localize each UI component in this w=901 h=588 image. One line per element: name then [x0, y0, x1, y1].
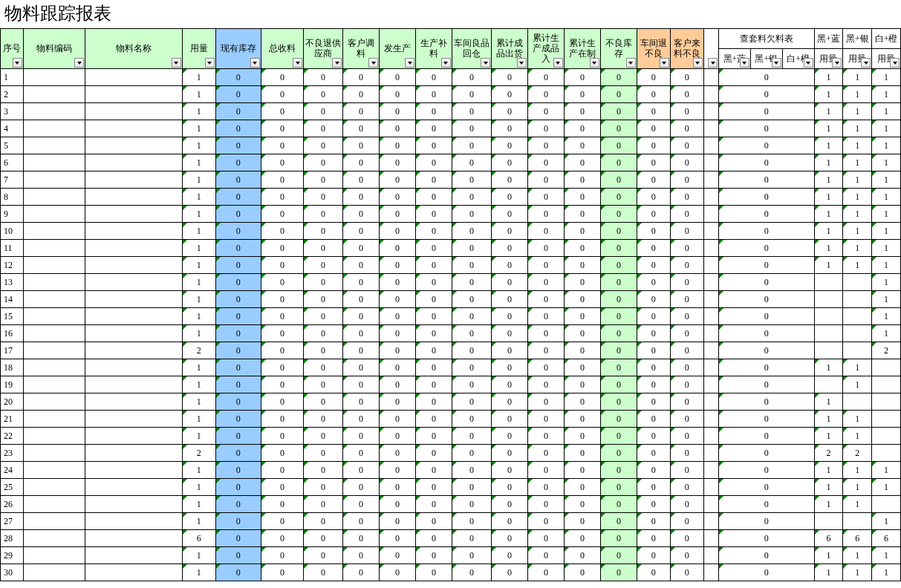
cell-recv[interactable]: 0 [261, 359, 303, 376]
cell-defret[interactable]: 0 [304, 189, 343, 206]
cell-kit5[interactable]: 1 [843, 103, 872, 120]
cell-kit4[interactable] [814, 274, 843, 291]
filter-icon[interactable] [626, 58, 636, 68]
cell-gap[interactable] [703, 342, 718, 359]
cell-cumwip[interactable]: 0 [564, 291, 600, 308]
col-cumin[interactable]: 累计生产成品入 [527, 29, 564, 69]
cell-kit4[interactable] [814, 342, 843, 359]
cell-custdef[interactable]: 0 [670, 547, 703, 564]
cell-kit5[interactable]: 1 [843, 564, 872, 581]
cell-gap[interactable] [703, 547, 718, 564]
cell-prodsup[interactable]: 0 [416, 69, 452, 86]
cell-defret[interactable]: 0 [304, 240, 343, 257]
cell-recv[interactable]: 0 [261, 547, 303, 564]
cell-kit-merged[interactable]: 0 [719, 428, 815, 445]
cell-prod[interactable]: 0 [380, 189, 416, 206]
cell-cumin[interactable]: 0 [527, 564, 564, 581]
cell-prodsup[interactable]: 0 [416, 462, 452, 479]
col-kit1[interactable]: 黑+蓝 [719, 49, 751, 69]
filter-icon[interactable] [250, 58, 260, 68]
cell-prod[interactable]: 0 [380, 103, 416, 120]
cell-prodsup[interactable]: 0 [416, 513, 452, 530]
cell-name[interactable] [85, 513, 183, 530]
cell-defstock[interactable]: 0 [600, 86, 637, 103]
cell-kit-merged[interactable]: 0 [719, 411, 815, 428]
cell-cumwip[interactable]: 0 [564, 274, 600, 291]
col-prod[interactable]: 发生产 [380, 29, 416, 69]
cell-usage[interactable]: 1 [182, 103, 215, 120]
cell-defstock[interactable]: 0 [600, 479, 637, 496]
cell-code[interactable] [23, 223, 85, 240]
cell-kit4[interactable]: 1 [814, 547, 843, 564]
cell-cumout[interactable]: 0 [492, 376, 528, 393]
cell-seq[interactable]: 6 [1, 154, 24, 172]
cell-gap[interactable] [703, 154, 718, 172]
cell-code[interactable] [23, 564, 85, 581]
cell-prodsup[interactable]: 0 [416, 342, 452, 359]
cell-defstock[interactable]: 0 [600, 137, 637, 154]
cell-custadj[interactable]: 0 [343, 257, 380, 274]
cell-code[interactable] [23, 308, 85, 325]
cell-prodsup[interactable]: 0 [416, 496, 452, 513]
cell-wsdef[interactable]: 0 [637, 189, 670, 206]
cell-gap[interactable] [703, 496, 718, 513]
cell-code[interactable] [23, 257, 85, 274]
cell-recv[interactable]: 0 [261, 308, 303, 325]
cell-code[interactable] [23, 291, 85, 308]
cell-code[interactable] [23, 496, 85, 513]
cell-prod[interactable]: 0 [380, 376, 416, 393]
cell-defret[interactable]: 0 [304, 86, 343, 103]
cell-wsdef[interactable]: 0 [637, 462, 670, 479]
col-cumout[interactable]: 累计成品出货 [492, 29, 528, 69]
cell-usage[interactable]: 1 [182, 189, 215, 206]
cell-custdef[interactable]: 0 [670, 496, 703, 513]
cell-seq[interactable]: 17 [1, 342, 24, 359]
cell-wsdef[interactable]: 0 [637, 428, 670, 445]
cell-recv[interactable]: 0 [261, 120, 303, 137]
cell-prodsup[interactable]: 0 [416, 411, 452, 428]
cell-cumin[interactable]: 0 [527, 189, 564, 206]
cell-name[interactable] [85, 223, 183, 240]
cell-prod[interactable]: 0 [380, 547, 416, 564]
cell-custadj[interactable]: 0 [343, 137, 380, 154]
cell-code[interactable] [23, 411, 85, 428]
cell-seq[interactable]: 16 [1, 325, 24, 342]
cell-prodsup[interactable]: 0 [416, 274, 452, 291]
cell-kit6[interactable]: 1 [872, 462, 901, 479]
cell-usage[interactable]: 1 [182, 206, 215, 223]
cell-defret[interactable]: 0 [304, 206, 343, 223]
cell-kit-merged[interactable]: 0 [719, 462, 815, 479]
cell-custdef[interactable]: 0 [670, 376, 703, 393]
cell-kit4[interactable]: 1 [814, 479, 843, 496]
cell-recv[interactable]: 0 [261, 206, 303, 223]
cell-usage[interactable]: 1 [182, 393, 215, 411]
cell-stock[interactable]: 0 [215, 154, 261, 172]
cell-prodsup[interactable]: 0 [416, 291, 452, 308]
cell-wsdef[interactable]: 0 [637, 154, 670, 172]
cell-custdef[interactable]: 0 [670, 154, 703, 172]
cell-kit-merged[interactable]: 0 [719, 137, 815, 154]
cell-kit5[interactable]: 1 [843, 547, 872, 564]
cell-kit-merged[interactable]: 0 [719, 513, 815, 530]
cell-cumwip[interactable]: 0 [564, 376, 600, 393]
cell-wsdef[interactable]: 0 [637, 359, 670, 376]
cell-kit4[interactable]: 1 [814, 69, 843, 86]
cell-defret[interactable]: 0 [304, 274, 343, 291]
cell-kit4[interactable]: 1 [814, 223, 843, 240]
cell-name[interactable] [85, 103, 183, 120]
cell-recv[interactable]: 0 [261, 496, 303, 513]
cell-kit5[interactable]: 6 [843, 530, 872, 547]
cell-custdef[interactable]: 0 [670, 428, 703, 445]
cell-cumin[interactable]: 0 [527, 274, 564, 291]
cell-kit5[interactable]: 1 [843, 137, 872, 154]
cell-cumout[interactable]: 0 [492, 69, 528, 86]
cell-kit6[interactable]: 1 [872, 240, 901, 257]
cell-prod[interactable]: 0 [380, 359, 416, 376]
cell-cumwip[interactable]: 0 [564, 308, 600, 325]
cell-stock[interactable]: 0 [215, 513, 261, 530]
cell-cumin[interactable]: 0 [527, 393, 564, 411]
cell-prod[interactable]: 0 [380, 411, 416, 428]
col-custdef[interactable]: 客户来料不良 [670, 29, 703, 69]
cell-kit-merged[interactable]: 0 [719, 274, 815, 291]
cell-custadj[interactable]: 0 [343, 411, 380, 428]
